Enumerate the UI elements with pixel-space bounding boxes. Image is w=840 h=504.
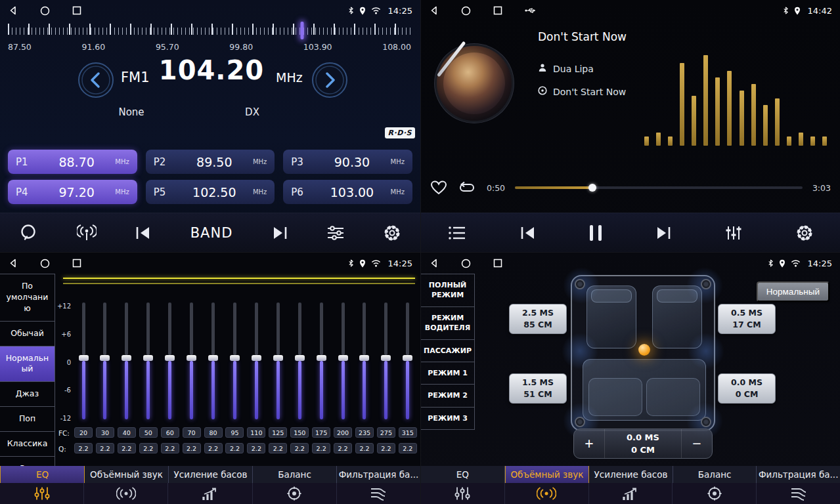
frequency-scale[interactable]	[8, 24, 411, 38]
favorite-heart-icon[interactable]	[430, 180, 447, 196]
next-icon[interactable]	[655, 225, 672, 241]
recents-icon[interactable]	[72, 259, 81, 268]
slider-knob[interactable]	[208, 355, 218, 361]
repeat-icon[interactable]	[457, 180, 477, 195]
previous-icon[interactable]	[135, 225, 152, 241]
settings-gear-icon[interactable]	[795, 224, 814, 242]
bottom-tab[interactable]: Объёмный звук	[85, 466, 169, 483]
listening-position-marker[interactable]	[638, 344, 650, 356]
slider-knob[interactable]	[122, 355, 131, 361]
preset-button[interactable]: P6 103.00 MHz	[283, 180, 412, 204]
next-icon[interactable]	[271, 225, 288, 241]
front-left-delay-button[interactable]: 2.5 MS 85 CM	[509, 304, 567, 334]
eq-preset-item[interactable]: По умолчанию	[0, 274, 55, 322]
previous-icon[interactable]	[519, 225, 537, 241]
band-slider[interactable]	[359, 303, 369, 419]
back-icon[interactable]	[429, 5, 439, 16]
slider-knob[interactable]	[381, 355, 391, 361]
band-slider[interactable]	[317, 303, 326, 419]
preset-button[interactable]: P1 88.70 MHz	[8, 150, 137, 174]
band-slider[interactable]	[165, 303, 175, 419]
slider-knob[interactable]	[230, 355, 240, 361]
rear-right-delay-button[interactable]: 0.0 MS 0 CM	[718, 373, 776, 404]
tab-icon-filter[interactable]	[337, 483, 420, 504]
bottom-tab[interactable]: Баланс	[673, 466, 757, 483]
band-slider[interactable]	[295, 303, 305, 419]
pause-icon[interactable]	[590, 225, 602, 241]
slider-knob[interactable]	[100, 355, 110, 361]
slider-knob[interactable]	[317, 355, 326, 361]
sound-preset-badge[interactable]: Нормальный	[757, 282, 829, 302]
band-slider[interactable]	[187, 303, 196, 419]
broadcast-icon[interactable]	[77, 224, 97, 242]
slider-knob[interactable]	[187, 355, 196, 361]
tune-up-button[interactable]	[311, 62, 348, 98]
band-slider[interactable]	[122, 303, 131, 419]
recents-icon[interactable]	[493, 6, 502, 15]
listening-mode-item[interactable]: РЕЖИМ 2	[421, 385, 474, 407]
tab-icon-balance[interactable]	[253, 483, 337, 504]
slider-knob[interactable]	[403, 355, 412, 361]
preset-button[interactable]: P4 97.20 MHz	[8, 180, 137, 204]
home-icon[interactable]	[40, 259, 50, 268]
bottom-tab[interactable]: Фильтрация ба...	[337, 466, 420, 483]
home-icon[interactable]	[40, 6, 50, 16]
eq-preset-item[interactable]: Классика	[0, 432, 55, 457]
tab-icon-bass-boost[interactable]	[589, 483, 673, 504]
bottom-tab[interactable]: EQ	[421, 466, 505, 483]
tuning-pointer[interactable]	[301, 22, 304, 39]
preset-button[interactable]: P5 102.50 MHz	[146, 180, 275, 204]
bottom-tab[interactable]: EQ	[0, 466, 85, 483]
bottom-tab[interactable]: Усиление басов	[589, 466, 673, 483]
front-right-delay-button[interactable]: 0.5 MS 17 CM	[718, 304, 776, 334]
mixer-icon[interactable]	[725, 225, 742, 241]
bottom-tab[interactable]: Объёмный звук	[505, 466, 590, 483]
eq-preset-item[interactable]: Нормальный	[0, 346, 55, 383]
band-slider[interactable]	[338, 303, 348, 419]
band-slider[interactable]	[252, 303, 261, 419]
tune-down-button[interactable]	[77, 62, 114, 98]
preset-button[interactable]: P3 90.30 MHz	[283, 150, 412, 174]
tab-icon-bass-boost[interactable]	[168, 483, 252, 504]
eq-sliders-icon[interactable]	[326, 225, 345, 241]
listening-mode-item[interactable]: ПОЛНЫЙ РЕЖИМ	[421, 274, 474, 307]
slider-knob[interactable]	[165, 355, 175, 361]
delay-increase-button[interactable]: +	[574, 429, 604, 458]
queue-list-icon[interactable]	[448, 226, 466, 240]
listening-mode-item[interactable]: ПАССАЖИР	[421, 340, 474, 362]
delay-decrease-button[interactable]: −	[682, 429, 712, 458]
slider-knob[interactable]	[143, 355, 153, 361]
eq-preset-item[interactable]: Обычай	[0, 322, 55, 346]
band-slider[interactable]	[143, 303, 153, 419]
rear-left-delay-button[interactable]: 1.5 MS 51 CM	[509, 373, 567, 404]
slider-knob[interactable]	[252, 355, 261, 361]
tab-icon-balance[interactable]	[673, 483, 757, 504]
back-icon[interactable]	[8, 5, 18, 16]
slider-knob[interactable]	[79, 355, 89, 361]
band-slider[interactable]	[100, 303, 110, 419]
search-icon[interactable]	[19, 223, 39, 243]
tab-icon-eq[interactable]	[421, 483, 505, 504]
eq-preset-item[interactable]: Поп	[0, 407, 55, 432]
band-slider[interactable]	[273, 303, 283, 419]
tab-icon-surround[interactable]	[84, 483, 168, 504]
recents-icon[interactable]	[72, 6, 81, 15]
tab-icon-surround[interactable]	[505, 483, 589, 504]
listening-mode-item[interactable]: РЕЖИМ 3	[421, 408, 474, 430]
listening-mode-item[interactable]: РЕЖИМ 1	[421, 362, 474, 385]
progress-knob[interactable]	[588, 184, 596, 192]
tab-icon-filter[interactable]	[757, 483, 840, 504]
band-slider[interactable]	[208, 303, 218, 419]
slider-knob[interactable]	[295, 355, 305, 361]
band-slider[interactable]	[381, 303, 391, 419]
band-slider[interactable]	[79, 303, 89, 419]
slider-knob[interactable]	[338, 355, 348, 361]
back-icon[interactable]	[429, 258, 439, 268]
back-icon[interactable]	[8, 258, 18, 268]
bottom-tab[interactable]: Баланс	[253, 466, 337, 483]
home-icon[interactable]	[461, 6, 471, 16]
home-icon[interactable]	[461, 259, 471, 268]
band-button[interactable]: BAND	[190, 225, 233, 241]
bottom-tab[interactable]: Усиление басов	[169, 466, 253, 483]
progress-slider[interactable]	[515, 183, 803, 192]
